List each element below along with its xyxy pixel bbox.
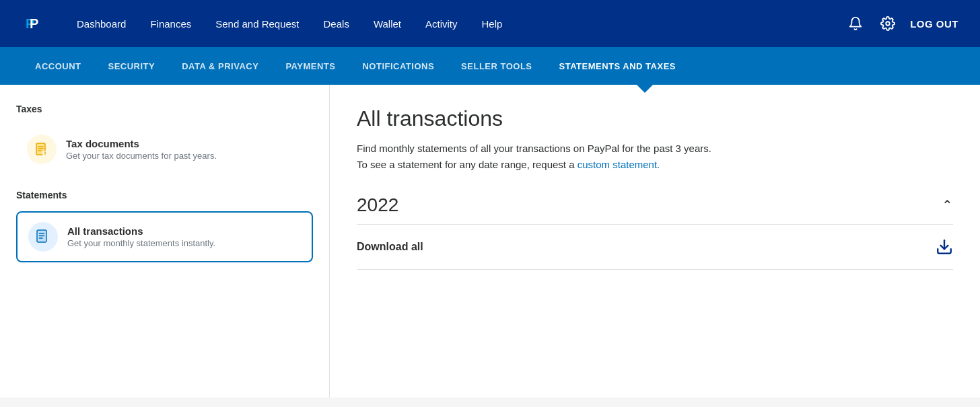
desc-text-2: To see a statement for any date range, r… bbox=[357, 159, 575, 170]
custom-statement-link[interactable]: custom statement. bbox=[578, 159, 660, 170]
sub-nav: ACCOUNT SECURITY DATA & PRIVACY PAYMENTS… bbox=[0, 47, 980, 85]
subnav-statements-and-taxes[interactable]: STATEMENTS AND TAXES bbox=[546, 47, 689, 85]
logout-button[interactable]: LOG OUT bbox=[910, 18, 958, 30]
tax-documents-icon bbox=[27, 135, 57, 164]
content-area: Taxes Tax documents Get your tax documen… bbox=[0, 85, 980, 398]
nav-dashboard[interactable]: Dashboard bbox=[65, 0, 138, 47]
subnav-security[interactable]: SECURITY bbox=[95, 47, 169, 85]
svg-text:P: P bbox=[30, 16, 38, 31]
download-all-row: Download all bbox=[357, 225, 953, 270]
subnav-account[interactable]: ACCOUNT bbox=[22, 47, 95, 85]
download-all-button[interactable] bbox=[936, 238, 953, 256]
year-header: 2022 ⌃ bbox=[357, 194, 953, 225]
top-nav-actions: LOG OUT bbox=[845, 13, 958, 34]
sidebar-statements-title: Statements bbox=[16, 190, 313, 200]
svg-point-3 bbox=[886, 22, 890, 26]
settings-icon[interactable] bbox=[878, 13, 898, 34]
sidebar-statements-section: Statements All transactions Get your mon… bbox=[16, 190, 313, 262]
sidebar-taxes-title: Taxes bbox=[16, 104, 313, 114]
chevron-up-icon[interactable]: ⌃ bbox=[942, 197, 953, 213]
main-panel: All transactions Find monthly statements… bbox=[330, 85, 980, 398]
nav-activity[interactable]: Activity bbox=[413, 0, 470, 47]
top-nav-links: Dashboard Finances Send and Request Deal… bbox=[65, 0, 845, 47]
subnav-payments[interactable]: PAYMENTS bbox=[272, 47, 349, 85]
subnav-notifications[interactable]: NOTIFICATIONS bbox=[349, 47, 448, 85]
all-transactions-desc: Get your monthly statements instantly. bbox=[67, 238, 215, 248]
nav-send-and-request[interactable]: Send and Request bbox=[203, 0, 311, 47]
year-section: 2022 ⌃ Download all bbox=[357, 194, 953, 270]
tax-documents-label: Tax documents bbox=[66, 138, 217, 149]
subnav-seller-tools[interactable]: SELLER TOOLS bbox=[448, 47, 545, 85]
svg-point-11 bbox=[44, 154, 45, 155]
main-description: Find monthly statements of all your tran… bbox=[357, 141, 953, 173]
sidebar-item-tax-documents[interactable]: Tax documents Get your tax documents for… bbox=[16, 125, 313, 174]
nav-deals[interactable]: Deals bbox=[312, 0, 361, 47]
desc-text-1: Find monthly statements of all your tran… bbox=[357, 143, 711, 154]
all-transactions-label: All transactions bbox=[67, 225, 215, 237]
page-title: All transactions bbox=[357, 106, 953, 131]
sidebar: Taxes Tax documents Get your tax documen… bbox=[0, 85, 330, 398]
all-transactions-icon bbox=[28, 222, 58, 252]
nav-finances[interactable]: Finances bbox=[138, 0, 203, 47]
nav-help[interactable]: Help bbox=[470, 0, 515, 47]
subnav-data-privacy[interactable]: DATA & PRIVACY bbox=[168, 47, 272, 85]
sub-nav-indicator bbox=[635, 83, 654, 93]
tax-documents-desc: Get your tax documents for past years. bbox=[66, 151, 217, 161]
top-nav: P P Dashboard Finances Send and Request … bbox=[0, 0, 980, 47]
notifications-icon[interactable] bbox=[845, 13, 866, 34]
nav-wallet[interactable]: Wallet bbox=[361, 0, 413, 47]
sidebar-item-all-transactions[interactable]: All transactions Get your monthly statem… bbox=[16, 211, 313, 262]
year-label: 2022 bbox=[357, 194, 398, 216]
download-all-label: Download all bbox=[357, 241, 423, 253]
paypal-logo: P P bbox=[22, 13, 43, 34]
